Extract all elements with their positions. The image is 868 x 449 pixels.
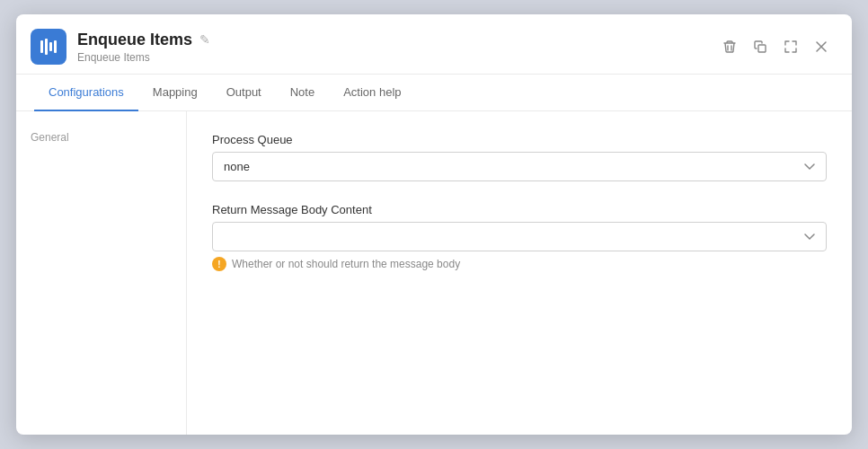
title-group: Enqueue Items ✎ Enqueue Items (77, 31, 210, 64)
title-row: Enqueue Items ✎ (77, 31, 210, 49)
app-icon (31, 29, 66, 65)
tab-action-help[interactable]: Action help (329, 75, 415, 111)
sidebar: General (16, 111, 187, 435)
header-actions (717, 36, 834, 57)
delete-button[interactable] (717, 36, 742, 57)
process-queue-label: Process Queue (212, 133, 827, 146)
edit-icon[interactable]: ✎ (199, 32, 210, 47)
hint-icon: ! (212, 257, 226, 271)
svg-rect-4 (758, 45, 766, 52)
hint-row: ! Whether or not should return the messa… (212, 257, 827, 271)
return-message-select[interactable] (212, 222, 827, 251)
close-button[interactable] (809, 36, 834, 57)
tab-configurations[interactable]: Configurations (34, 75, 138, 111)
expand-button[interactable] (778, 36, 803, 57)
return-message-group: Return Message Body Content ! Whether or… (212, 203, 827, 271)
header-left: Enqueue Items ✎ Enqueue Items (31, 29, 210, 65)
content-area: Process Queue none Return Message Body C… (187, 111, 852, 435)
process-queue-select[interactable]: none (212, 152, 827, 181)
modal-header: Enqueue Items ✎ Enqueue Items (16, 14, 852, 75)
svg-rect-3 (54, 40, 57, 53)
hint-text: Whether or not should return the message… (232, 258, 460, 270)
tab-output[interactable]: Output (212, 75, 276, 111)
sidebar-general: General (16, 126, 186, 149)
process-queue-group: Process Queue none (212, 133, 827, 181)
modal-body: General Process Queue none Return Messag… (16, 111, 852, 435)
modal-subtitle: Enqueue Items (77, 51, 210, 64)
svg-rect-2 (49, 42, 52, 51)
tabs-bar: Configurations Mapping Output Note Actio… (16, 75, 852, 111)
copy-button[interactable] (748, 36, 773, 57)
tab-mapping[interactable]: Mapping (138, 75, 212, 111)
tab-note[interactable]: Note (276, 75, 329, 111)
modal-container: Enqueue Items ✎ Enqueue Items Configurat… (16, 14, 852, 435)
svg-rect-0 (40, 40, 43, 53)
modal-title: Enqueue Items (77, 31, 192, 49)
return-message-label: Return Message Body Content (212, 203, 827, 216)
svg-rect-1 (45, 39, 48, 55)
